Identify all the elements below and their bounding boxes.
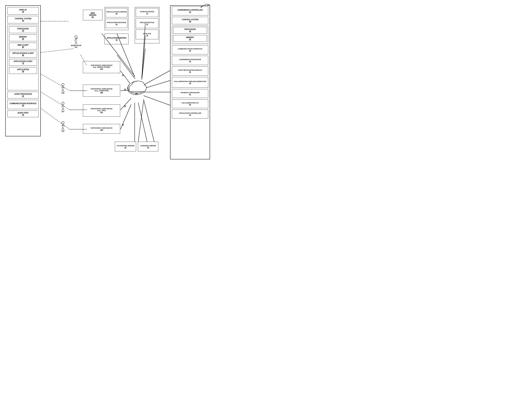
svg-line-29 bbox=[138, 103, 147, 142]
diagram: DISPLAY 30 CONTROL SYSTEM 22 PROCESSOR 2… bbox=[0, 0, 213, 164]
svg-line-40 bbox=[62, 89, 63, 92]
svg-line-32 bbox=[74, 39, 76, 41]
participant-14d-box: PARTICIPANT USER DEVICE 14D bbox=[83, 124, 120, 134]
web-client-box: WEB CLIENT 60 bbox=[9, 43, 37, 49]
network-label: 18 bbox=[135, 92, 138, 95]
storage-outer-box: STORAGE DEVICE 74 APPLICATION FILE 76 DA… bbox=[135, 7, 160, 43]
svg-point-42 bbox=[62, 102, 64, 104]
control-system-left-box: CONTROL SYSTEM 22 bbox=[8, 16, 39, 23]
storage-device-box: STORAGE DEVICE 74 bbox=[136, 8, 158, 17]
participant-14c-box: PARTICIPANT USER DEVICE(e.g., PDA) 14C bbox=[83, 104, 120, 117]
svg-line-34 bbox=[75, 42, 76, 44]
svg-line-52 bbox=[62, 128, 63, 130]
web-server-box: WEBSERVER 62 bbox=[83, 10, 103, 20]
data-file-box: DATA FILE 78 bbox=[136, 30, 158, 39]
comm-interface-right-box: COMMUNICATIONS INTERFACE 36 bbox=[172, 45, 208, 54]
moderator-person: MODERATOR 16A bbox=[71, 36, 81, 48]
application-client-box: APPLICATION CLIENT 70 bbox=[9, 59, 37, 66]
virtualization-server-box: VIRTUALIZATION SERVER 66 bbox=[106, 8, 127, 17]
connection-label-4: 20 bbox=[122, 124, 124, 126]
svg-line-14 bbox=[121, 98, 131, 110]
display-box: DISPLAY 30 bbox=[8, 7, 39, 15]
connection-label-1: 20 bbox=[122, 74, 124, 76]
participant-14b-box: PARTICIPANT USER DEVICE(e.g., COMPUTER) … bbox=[83, 85, 120, 97]
svg-line-41 bbox=[63, 89, 64, 92]
processor-right-box: PROCESSOR 42 bbox=[173, 27, 207, 34]
svg-point-48 bbox=[62, 121, 64, 124]
left-outer-box: DISPLAY 30 CONTROL SYSTEM 22 PROCESSOR 2… bbox=[5, 5, 41, 136]
memory-left-box: MEMORY 26 bbox=[9, 35, 37, 41]
voice-recognition-box: VOICE RECOGNITION MODULE 46 bbox=[172, 66, 208, 76]
svg-line-51 bbox=[63, 125, 65, 126]
participant-14a-box: PARTICIPANT USER DEVICE(e.g., MOBILE PHO… bbox=[83, 61, 120, 73]
phonetic-processor-box: PHONETIC PROCESSOR 52 bbox=[172, 89, 208, 98]
svg-line-16 bbox=[143, 69, 173, 85]
svg-line-19 bbox=[143, 96, 173, 106]
main-ref-arrow bbox=[197, 3, 208, 8]
svg-marker-64 bbox=[201, 6, 202, 8]
participant-16b-person: 16B bbox=[60, 83, 66, 94]
svg-line-33 bbox=[76, 38, 78, 39]
virt-server-outer-box: VIRTUALIZATION SERVER 66 APPLICATION INS… bbox=[104, 7, 128, 30]
virtualization-client-box: VIRTUALIZATION CLIENT 68 bbox=[9, 51, 37, 58]
svg-line-8 bbox=[36, 49, 74, 53]
participant-16c-person: 16C bbox=[60, 102, 66, 112]
svg-line-35 bbox=[76, 42, 77, 44]
connection-label-3: 20 bbox=[124, 105, 126, 107]
svg-line-27 bbox=[142, 49, 145, 80]
right-inner-box: PROCESSOR 42 MEMORY 44 bbox=[172, 26, 208, 44]
svg-line-46 bbox=[62, 108, 63, 111]
svg-line-50 bbox=[61, 125, 63, 126]
svg-line-47 bbox=[63, 108, 64, 111]
accounting-server-box: ACCOUNTING SERVER 82 bbox=[115, 142, 136, 151]
collaboration-api-box: COLLABORATION API 56 bbox=[172, 99, 208, 108]
svg-line-39 bbox=[63, 87, 65, 88]
application-left-box: APPLICATION 58 bbox=[9, 67, 37, 74]
svg-line-17 bbox=[143, 80, 173, 89]
participant-16d-person: 16D bbox=[60, 121, 66, 132]
application-controller-box: APPLICATION CONTROLLER 54 bbox=[172, 110, 208, 119]
svg-line-20 bbox=[143, 99, 154, 142]
application-instance-box: APPLICATION INSTANCE 64 bbox=[106, 19, 127, 28]
svg-line-45 bbox=[63, 105, 65, 107]
svg-point-36 bbox=[62, 83, 64, 86]
svg-line-53 bbox=[63, 128, 64, 130]
svg-line-21 bbox=[138, 101, 143, 142]
network-cloud: 18 bbox=[126, 76, 147, 97]
memory-right-box: MEMORY 44 bbox=[173, 35, 207, 42]
control-system-right-box: CONTROL SYSTEM 40 bbox=[172, 17, 208, 24]
svg-line-44 bbox=[61, 105, 63, 107]
svg-point-30 bbox=[75, 36, 77, 38]
audio-processor-box: AUDIO PROCESSOR 32 bbox=[8, 92, 39, 99]
moderator-icon bbox=[73, 36, 79, 44]
comm-interface-left-box: COMMUNICATIONS INTERFACE 28 bbox=[8, 100, 39, 109]
participant-16c-icon bbox=[60, 102, 66, 111]
collaboration-timeline-box: COLLABORATION TIMELINE GENERATOR 48 bbox=[172, 77, 208, 88]
participant-16d-icon bbox=[60, 121, 66, 130]
svg-line-38 bbox=[61, 87, 63, 88]
application-server-box: APPLICATION SERVER 72 bbox=[104, 34, 128, 44]
conference-processor-box: CONFERENCE PROCESSOR 38 bbox=[172, 56, 208, 65]
conference-controller-outer-box: CONFERENCE CONTROLLER 12 CONTROL SYSTEM … bbox=[170, 5, 210, 159]
audio-port-box: AUDIO PORT 34 bbox=[8, 110, 39, 117]
licensing-server-box: LICENSING SERVER 80 bbox=[138, 142, 158, 151]
control-inner-box: PROCESSOR 24 MEMORY 26 WEB CLIENT 60 VIR… bbox=[8, 25, 39, 90]
participant-16b-icon bbox=[60, 83, 66, 92]
processor-left-box: PROCESSOR 24 bbox=[9, 26, 37, 33]
application-file-box: APPLICATION FILE 76 bbox=[136, 18, 158, 28]
connection-label-2: 20 bbox=[124, 89, 126, 91]
